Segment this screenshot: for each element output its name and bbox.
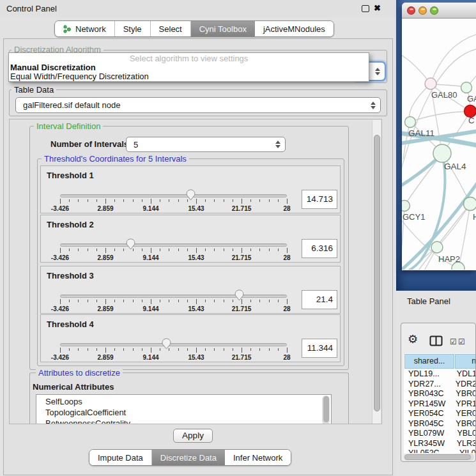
tab-discretize-data[interactable]: Discretize Data	[151, 450, 225, 465]
slider-thumb[interactable]	[186, 189, 196, 203]
cell-shared-name: YBL079W	[404, 429, 453, 439]
slider-thumb[interactable]	[234, 289, 244, 303]
cell-name: YDR2	[452, 380, 476, 390]
table-data-combobox[interactable]: galFiltered.sif default node	[15, 97, 381, 113]
table-row[interactable]: YPR145WYPR1	[404, 399, 476, 410]
cell-name: YER0	[452, 409, 476, 419]
slider-scale-labels: -3.4262.8599.14415.4321.71528	[60, 205, 287, 213]
table-row[interactable]: YIL052CYIL0	[404, 449, 476, 453]
control-panel-titlebar: Control Panel ✖	[0, 0, 396, 17]
application-root: Control Panel ✖ NetworkStyleSelectCyni T…	[0, 0, 476, 476]
column-header-name[interactable]: n...	[455, 354, 476, 369]
table-row[interactable]: YBL079WYBL0	[404, 429, 476, 439]
threshold-slider[interactable]: -3.4262.8599.14415.4321.71528	[60, 189, 287, 213]
table-row[interactable]: YDL19...YDL1	[404, 369, 476, 380]
slider-track[interactable]	[60, 295, 287, 298]
network-view-window[interactable]: GAL80 GA C GAL11 GAL4 GCY1 H HAP2	[402, 3, 476, 270]
threshold-slider[interactable]: -3.4262.8599.14415.4321.71528	[60, 238, 287, 263]
attribute-item-betweennesscentrality[interactable]: BetweennessCentrality	[45, 418, 331, 424]
cell-name: YIL0	[456, 449, 476, 453]
table-row[interactable]: YBR043CYBR0	[404, 389, 476, 399]
attribute-item-topologicalcoefficient[interactable]: TopologicalCoefficient	[45, 407, 331, 418]
slider-ticks	[60, 248, 287, 254]
zoom-traffic-light-icon[interactable]	[430, 6, 438, 15]
tab-select[interactable]: Select	[150, 21, 190, 36]
slider-thumb[interactable]	[126, 238, 135, 252]
tab-style[interactable]: Style	[114, 21, 150, 36]
node-gcy1[interactable]	[402, 201, 410, 211]
combo-arrows-icon	[371, 102, 376, 109]
attributes-list-scrollbar[interactable]	[322, 395, 330, 424]
threshold-slider[interactable]: -3.4262.8599.14415.4321.71528	[60, 289, 287, 314]
table-data-combobox-value: galFiltered.sif default node	[23, 100, 120, 110]
column-header-shared-name[interactable]: shared...	[404, 354, 454, 369]
algorithm-placeholder-option[interactable]: Select algorithm to view settings	[9, 54, 369, 63]
slider-track[interactable]	[60, 243, 287, 247]
node-label-hap2: HAP2	[438, 254, 460, 264]
tab-network[interactable]: Network	[55, 21, 114, 36]
threshold-slider[interactable]: -3.4262.8599.14415.4321.71528	[60, 338, 287, 362]
threshold-value-field[interactable]: 14.713	[302, 190, 337, 209]
split-table-icon[interactable]	[429, 335, 443, 349]
slider-scale-labels: -3.4262.8599.14415.4321.71528	[60, 254, 287, 262]
number-of-intervals-label: Number of Intervals	[50, 139, 128, 149]
attributes-group-title: Attributes to discretize	[36, 368, 123, 378]
combo-arrows-icon	[375, 68, 380, 75]
threshold-value-field[interactable]: 11.344	[302, 339, 337, 358]
node-label-h: H	[473, 212, 476, 222]
slider-thumb[interactable]	[162, 338, 171, 352]
gear-icon[interactable]: ⚙	[408, 334, 418, 345]
close-icon[interactable]: ✖	[374, 3, 381, 13]
threshold-box-2: Threshold 2-3.4262.8599.14415.4321.71528…	[40, 215, 341, 263]
algorithm-option-equal-width-frequency-discretization[interactable]: Equal Width/Frequency Discretization	[9, 72, 369, 81]
table-row[interactable]: YER054CYER0	[404, 409, 476, 419]
table-row[interactable]: YDR27...YDR2	[404, 380, 476, 390]
network-canvas[interactable]: GAL80 GA C GAL11 GAL4 GCY1 H HAP2	[402, 19, 476, 270]
float-panel-icon[interactable]	[362, 5, 369, 12]
combo-arrows-icon	[275, 141, 280, 148]
checkbox-icon[interactable]: ☑	[450, 337, 457, 346]
cell-shared-name: YER054C	[404, 409, 452, 419]
threshold-value-field[interactable]: 6.316	[302, 239, 337, 258]
node-gal80[interactable]	[425, 78, 436, 89]
minimize-traffic-light-icon[interactable]	[418, 6, 427, 15]
node-h[interactable]	[464, 197, 476, 211]
tab-label: Impute Data	[98, 453, 143, 463]
interval-definition-title: Interval Definition	[34, 121, 103, 131]
algorithm-option-manual-discretization[interactable]: Manual Discretization	[9, 63, 369, 72]
table-row[interactable]: YLR345WYLR3	[404, 439, 476, 449]
tab-infer-network[interactable]: Infer Network	[225, 450, 291, 465]
slider-track[interactable]	[60, 194, 287, 197]
node-hap2[interactable]	[431, 242, 443, 253]
attribute-item-selfloops[interactable]: SelfLoops	[45, 396, 331, 407]
table-panel-region: Table Panel ⚙ ☑ ☑ shared... n... YDL19..…	[396, 291, 476, 476]
node-gal11[interactable]	[405, 117, 416, 128]
table-row[interactable]: YBR045CYBR0	[404, 419, 476, 429]
threshold-box-4: Threshold 4-3.4262.8599.14415.4321.71528…	[40, 314, 341, 362]
tab-jactivemnodules[interactable]: jActiveMNodules	[255, 21, 334, 36]
apply-button[interactable]: Apply	[173, 429, 213, 443]
cell-shared-name: YPR145W	[404, 399, 452, 410]
table-horizontal-scrollbar[interactable]	[404, 454, 474, 461]
close-traffic-light-icon[interactable]	[407, 6, 415, 15]
threshold-label: Threshold 3	[47, 271, 94, 280]
numerical-attributes-label: Numerical Attributes	[33, 382, 114, 392]
node-gal4[interactable]	[433, 144, 451, 162]
number-of-intervals-combobox[interactable]: 5	[126, 137, 286, 152]
network-nodes[interactable]	[402, 78, 476, 270]
table-data-title: Table Data	[12, 85, 56, 95]
cell-name: YLR3	[453, 439, 476, 449]
slider-track[interactable]	[60, 343, 287, 346]
tab-impute-data[interactable]: Impute Data	[89, 450, 151, 465]
number-of-intervals-value: 5	[134, 140, 138, 150]
tab-cyni-toolbox[interactable]: Cyni Toolbox	[190, 21, 255, 36]
node-ga[interactable]	[461, 82, 472, 93]
node-label-ga: GA	[467, 94, 476, 104]
numerical-attributes-list[interactable]: SelfLoopsTopologicalCoefficientBetweenne…	[36, 394, 332, 424]
network-window-titlebar[interactable]	[402, 3, 476, 19]
checkbox-icon[interactable]: ☑	[458, 337, 465, 346]
settings-scroll-pane: Interval Definition Number of Intervals …	[9, 119, 382, 424]
settings-vertical-scrollbar[interactable]	[372, 120, 381, 424]
threshold-value-field[interactable]: 21.4	[302, 290, 337, 309]
slider-ticks	[60, 348, 287, 353]
